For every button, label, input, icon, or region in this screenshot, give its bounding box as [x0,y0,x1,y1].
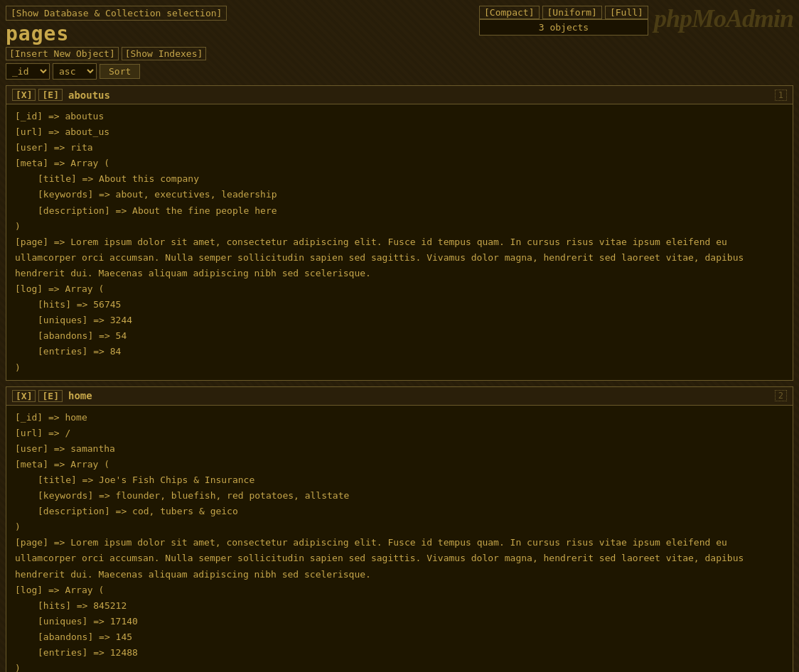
record-block: [X] [E] aboutus 1 [_id] => aboutus [url]… [6,85,793,381]
field-log-hits: [hits] => 845212 [15,598,784,614]
insert-new-object-link[interactable]: [Insert New Object] [6,47,119,60]
field-log-uniques: [uniques] => 17140 [15,614,784,629]
field-meta-keywords: [keywords] => flounder, bluefish, red po… [15,488,784,504]
field-log-abandons: [abandons] => 54 [15,328,784,344]
record-header: [X] [E] home 2 [6,387,793,406]
field-log-entries: [entries] => 12488 [15,645,784,661]
field-meta-keywords: [keywords] => about, executives, leaders… [15,187,784,202]
paren-close-meta: ) [15,519,784,535]
record-body: [_id] => home [url] => / [user] => saman… [6,406,793,672]
field-log: [log] => Array ( [15,281,784,297]
field-user: [user] => samantha [15,441,784,457]
field-id: [_id] => home [15,410,784,426]
delete-record-link[interactable]: [X] [12,390,36,402]
app-logo: phpMoAdmin [654,6,793,31]
show-db-link[interactable]: [Show Database & Collection selection] [6,6,227,21]
field-log: [log] => Array ( [15,582,784,598]
field-meta-title: [title] => Joe's Fish Chips & Insurance [15,472,784,488]
edit-record-link[interactable]: [E] [38,390,62,402]
page-title: pages [6,22,227,45]
field-meta-title: [title] => About this company [15,171,784,187]
field-meta-description: [description] => cod, tubers & geico [15,504,784,519]
field-url: [url] => / [15,426,784,441]
field-page: [page] => Lorem ipsum dolor sit amet, co… [15,234,784,281]
paren-close-log: ) [15,661,784,672]
field-page: [page] => Lorem ipsum dolor sit amet, co… [15,535,784,582]
paren-close-meta: ) [15,219,784,234]
uniform-view-link[interactable]: [Uniform] [542,6,602,19]
field-id: [_id] => aboutus [15,109,784,124]
field-meta-description: [description] => About the fine people h… [15,203,784,219]
delete-record-link[interactable]: [X] [12,89,36,101]
edit-record-link[interactable]: [E] [38,89,62,101]
sort-button[interactable]: Sort [100,64,140,79]
compact-view-link[interactable]: [Compact] [479,6,539,19]
field-meta: [meta] => Array ( [15,457,784,472]
record-body: [_id] => aboutus [url] => about_us [user… [6,104,793,380]
field-log-entries: [entries] => 84 [15,344,784,359]
object-count: 3 objects [479,19,648,36]
field-log-hits: [hits] => 56745 [15,297,784,313]
sort-order-select[interactable]: asc desc [53,63,97,80]
record-number: 1 [775,90,787,101]
sort-field-select[interactable]: _id url user [6,63,50,80]
field-meta: [meta] => Array ( [15,156,784,171]
field-user: [user] => rita [15,140,784,156]
paren-close-log: ) [15,360,784,376]
field-log-abandons: [abandons] => 145 [15,629,784,645]
field-url: [url] => about_us [15,124,784,140]
full-view-link[interactable]: [Full] [605,6,648,19]
record-name: home [68,390,92,401]
record-block: [X] [E] home 2 [_id] => home [url] => / … [6,386,793,672]
field-log-uniques: [uniques] => 3244 [15,313,784,328]
record-name: aboutus [68,90,110,101]
record-header: [X] [E] aboutus 1 [6,86,793,104]
record-number: 2 [775,390,787,401]
show-indexes-link[interactable]: [Show Indexes] [122,47,207,60]
